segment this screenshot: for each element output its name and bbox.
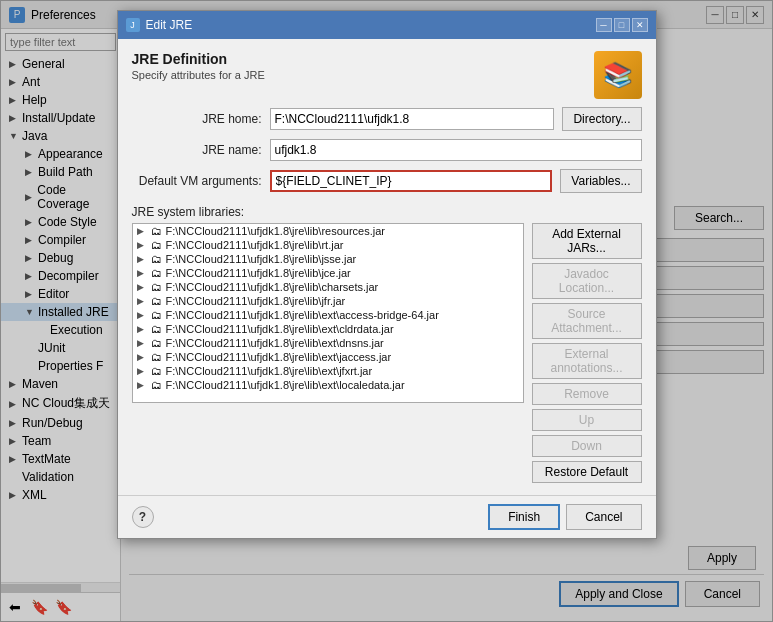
jre-libraries-section: JRE system libraries: ▶ 🗂 F:\NCCloud2111… <box>132 205 642 483</box>
library-actions: Add External JARs... Javadoc Location...… <box>532 223 642 483</box>
lib-arrow: ▶ <box>137 352 147 362</box>
dialog-icon: J <box>126 18 140 32</box>
remove-library-button[interactable]: Remove <box>532 383 642 405</box>
lib-path: F:\NCCloud2111\ufjdk1.8\jre\lib\ext\jacc… <box>166 351 392 363</box>
restore-default-button[interactable]: Restore Default <box>532 461 642 483</box>
jre-name-input[interactable] <box>270 139 642 161</box>
jar-icon: 🗂 <box>151 253 162 265</box>
lib-path: F:\NCCloud2111\ufjdk1.8\jre\lib\jfr.jar <box>166 295 346 307</box>
dialog-titlebar: J Edit JRE ─ □ ✕ <box>118 11 656 39</box>
footer-buttons: Finish Cancel <box>488 504 641 530</box>
dialog-body: JRE Definition Specify attributes for a … <box>118 39 656 495</box>
lib-path: F:\NCCloud2111\ufjdk1.8\jre\lib\ext\loca… <box>166 379 405 391</box>
jar-icon: 🗂 <box>151 225 162 237</box>
lib-path: F:\NCCloud2111\ufjdk1.8\jre\lib\ext\acce… <box>166 309 439 321</box>
dialog-header-text: JRE Definition Specify attributes for a … <box>132 51 265 81</box>
add-external-jars-button[interactable]: Add External JARs... <box>532 223 642 259</box>
dialog-title-area: J Edit JRE <box>126 18 193 32</box>
jar-icon: 🗂 <box>151 295 162 307</box>
lib-path: F:\NCCloud2111\ufjdk1.8\jre\lib\resource… <box>166 225 386 237</box>
default-vm-row: Default VM arguments: Variables... <box>132 169 642 193</box>
lib-path: F:\NCCloud2111\ufjdk1.8\jre\lib\ext\cldr… <box>166 323 394 335</box>
lib-arrow: ▶ <box>137 226 147 236</box>
jar-icon: 🗂 <box>151 323 162 335</box>
list-item[interactable]: ▶ 🗂 F:\NCCloud2111\ufjdk1.8\jre\lib\reso… <box>133 224 523 238</box>
lib-arrow: ▶ <box>137 338 147 348</box>
list-item[interactable]: ▶ 🗂 F:\NCCloud2111\ufjdk1.8\jre\lib\ext\… <box>133 364 523 378</box>
variables-button[interactable]: Variables... <box>560 169 641 193</box>
javadoc-location-button[interactable]: Javadoc Location... <box>532 263 642 299</box>
lib-arrow: ▶ <box>137 324 147 334</box>
lib-path: F:\NCCloud2111\ufjdk1.8\jre\lib\ext\dnsn… <box>166 337 384 349</box>
dialog-minimize-button[interactable]: ─ <box>596 18 612 32</box>
jar-icon: 🗂 <box>151 337 162 349</box>
list-item[interactable]: ▶ 🗂 F:\NCCloud2111\ufjdk1.8\jre\lib\jsse… <box>133 252 523 266</box>
jre-name-label: JRE name: <box>132 143 262 157</box>
default-vm-label: Default VM arguments: <box>132 174 262 188</box>
jre-home-input[interactable] <box>270 108 555 130</box>
list-item[interactable]: ▶ 🗂 F:\NCCloud2111\ufjdk1.8\jre\lib\ext\… <box>133 378 523 392</box>
jar-icon: 🗂 <box>151 239 162 251</box>
lib-arrow: ▶ <box>137 254 147 264</box>
lib-arrow: ▶ <box>137 310 147 320</box>
jar-icon: 🗂 <box>151 281 162 293</box>
lib-arrow: ▶ <box>137 282 147 292</box>
libraries-list[interactable]: ▶ 🗂 F:\NCCloud2111\ufjdk1.8\jre\lib\reso… <box>132 223 524 403</box>
list-item[interactable]: ▶ 🗂 F:\NCCloud2111\ufjdk1.8\jre\lib\ext\… <box>133 322 523 336</box>
jre-icon: 📚 <box>594 51 642 99</box>
lib-path: F:\NCCloud2111\ufjdk1.8\jre\lib\jce.jar <box>166 267 351 279</box>
jar-icon: 🗂 <box>151 379 162 391</box>
dialog-header-title: JRE Definition <box>132 51 265 67</box>
dialog-maximize-button[interactable]: □ <box>614 18 630 32</box>
dialog-controls: ─ □ ✕ <box>596 18 648 32</box>
external-annotations-button[interactable]: External annotations... <box>532 343 642 379</box>
lib-path: F:\NCCloud2111\ufjdk1.8\jre\lib\charsets… <box>166 281 379 293</box>
list-item[interactable]: ▶ 🗂 F:\NCCloud2111\ufjdk1.8\jre\lib\ext\… <box>133 308 523 322</box>
dialog-title: Edit JRE <box>146 18 193 32</box>
list-item[interactable]: ▶ 🗂 F:\NCCloud2111\ufjdk1.8\jre\lib\ext\… <box>133 350 523 364</box>
dialog-header-subtitle: Specify attributes for a JRE <box>132 69 265 81</box>
libraries-label: JRE system libraries: <box>132 205 642 219</box>
list-item[interactable]: ▶ 🗂 F:\NCCloud2111\ufjdk1.8\jre\lib\ext\… <box>133 336 523 350</box>
down-button[interactable]: Down <box>532 435 642 457</box>
jar-icon: 🗂 <box>151 267 162 279</box>
lib-path: F:\NCCloud2111\ufjdk1.8\jre\lib\rt.jar <box>166 239 344 251</box>
list-item[interactable]: ▶ 🗂 F:\NCCloud2111\ufjdk1.8\jre\lib\jfr.… <box>133 294 523 308</box>
list-item[interactable]: ▶ 🗂 F:\NCCloud2111\ufjdk1.8\jre\lib\char… <box>133 280 523 294</box>
modal-overlay: J Edit JRE ─ □ ✕ JRE Definition Specify … <box>0 0 773 622</box>
jre-home-label: JRE home: <box>132 112 262 126</box>
dialog-header: JRE Definition Specify attributes for a … <box>132 51 642 99</box>
jar-icon: 🗂 <box>151 351 162 363</box>
source-attachment-button[interactable]: Source Attachment... <box>532 303 642 339</box>
lib-arrow: ▶ <box>137 380 147 390</box>
jar-icon: 🗂 <box>151 309 162 321</box>
lib-arrow: ▶ <box>137 268 147 278</box>
jar-icon: 🗂 <box>151 365 162 377</box>
list-item[interactable]: ▶ 🗂 F:\NCCloud2111\ufjdk1.8\jre\lib\jce.… <box>133 266 523 280</box>
lib-arrow: ▶ <box>137 296 147 306</box>
default-vm-input[interactable] <box>270 170 553 192</box>
help-button[interactable]: ? <box>132 506 154 528</box>
lib-path: F:\NCCloud2111\ufjdk1.8\jre\lib\jsse.jar <box>166 253 357 265</box>
up-button[interactable]: Up <box>532 409 642 431</box>
edit-jre-dialog: J Edit JRE ─ □ ✕ JRE Definition Specify … <box>117 10 657 539</box>
lib-arrow: ▶ <box>137 240 147 250</box>
dialog-cancel-button[interactable]: Cancel <box>566 504 641 530</box>
finish-button[interactable]: Finish <box>488 504 560 530</box>
dialog-footer: ? Finish Cancel <box>118 495 656 538</box>
lib-path: F:\NCCloud2111\ufjdk1.8\jre\lib\ext\jfxr… <box>166 365 373 377</box>
directory-button[interactable]: Directory... <box>562 107 641 131</box>
libraries-container: ▶ 🗂 F:\NCCloud2111\ufjdk1.8\jre\lib\reso… <box>132 223 642 483</box>
jre-name-row: JRE name: <box>132 139 642 161</box>
lib-arrow: ▶ <box>137 366 147 376</box>
dialog-close-button[interactable]: ✕ <box>632 18 648 32</box>
list-item[interactable]: ▶ 🗂 F:\NCCloud2111\ufjdk1.8\jre\lib\rt.j… <box>133 238 523 252</box>
jre-home-row: JRE home: Directory... <box>132 107 642 131</box>
